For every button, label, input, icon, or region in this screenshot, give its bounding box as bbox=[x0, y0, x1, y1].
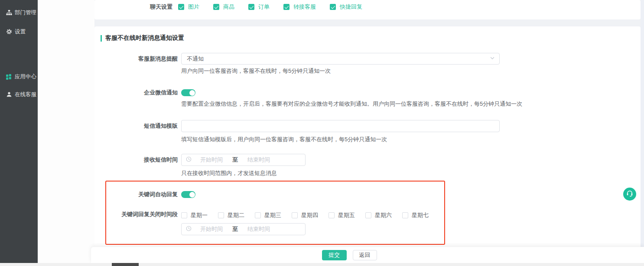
checkbox-label: 图片 bbox=[188, 3, 199, 11]
checkbox-friday[interactable]: 星期五 bbox=[329, 211, 355, 219]
gear-icon bbox=[6, 29, 12, 35]
sms-time-range-picker[interactable]: 开始时间 至 结束时间 bbox=[181, 154, 306, 166]
helper-sms-template: 填写短信通知模版后，用户向同一位客服咨询，客服不在线时，每5分钟只通知一次 bbox=[181, 136, 387, 143]
section-header: 客服不在线时新消息通知设置 bbox=[101, 34, 184, 42]
end-time-placeholder[interactable]: 结束时间 bbox=[239, 156, 279, 164]
chat-settings-options: 图片 商品 订单 转接客服 快捷回复 bbox=[178, 3, 362, 11]
checkbox-label: 星期一 bbox=[191, 211, 208, 219]
app-grid-icon bbox=[6, 74, 12, 80]
headset-icon bbox=[626, 189, 634, 199]
checkbox-unchecked-icon[interactable] bbox=[292, 212, 298, 218]
start-time-placeholder[interactable]: 开始时间 bbox=[192, 156, 231, 164]
checkbox-unchecked-icon[interactable] bbox=[255, 212, 261, 218]
field-label-wecom-notify: 企业微信通知 bbox=[94, 89, 178, 96]
offline-notify-card: 客服不在线时新消息通知设置 客服新消息提醒 不通知 用户向同一位客服咨询，客服不… bbox=[94, 26, 641, 263]
section-accent-bar bbox=[101, 35, 102, 42]
section-title: 客服不在线时新消息通知设置 bbox=[105, 34, 184, 42]
sidebar: 部门管理 设置 应用中心 在线客服 bbox=[0, 0, 38, 263]
checkbox-label: 商品 bbox=[223, 3, 234, 11]
start-time-placeholder[interactable]: 开始时间 bbox=[192, 225, 231, 233]
checkbox-checked-icon[interactable] bbox=[248, 4, 254, 10]
checkbox-quick-reply[interactable]: 快捷回复 bbox=[330, 3, 362, 11]
field-label-keyword-auto-reply: 关键词自动回复 bbox=[94, 191, 178, 198]
checkbox-checked-icon[interactable] bbox=[283, 4, 289, 10]
chat-settings-label: 聊天设置 bbox=[94, 3, 172, 11]
sidebar-item-label: 部门管理 bbox=[15, 9, 36, 16]
chevron-down-icon bbox=[490, 55, 495, 62]
new-message-reminder-select[interactable]: 不通知 bbox=[181, 53, 500, 65]
vertical-scrollbar-track[interactable] bbox=[641, 0, 644, 266]
checkbox-checked-icon[interactable] bbox=[178, 4, 184, 10]
helper-new-message-reminder: 用户向同一位客服咨询，客服不在线时，每5分钟只通知一次 bbox=[181, 67, 331, 75]
sidebar-item-label: 应用中心 bbox=[15, 73, 36, 81]
helper-wecom-notify: 需要配置企业微信信息，开启后，客服要有对应的企业微信号才能收到通知。用户向同一位… bbox=[181, 100, 522, 108]
checkbox-label: 转接客服 bbox=[293, 3, 316, 11]
sidebar-item-settings[interactable]: 设置 bbox=[0, 27, 38, 36]
checkbox-unchecked-icon[interactable] bbox=[181, 212, 187, 218]
checkbox-monday[interactable]: 星期一 bbox=[181, 211, 208, 219]
checkbox-wednesday[interactable]: 星期三 bbox=[255, 211, 281, 219]
checkbox-thursday[interactable]: 星期四 bbox=[292, 211, 318, 219]
customer-service-float-button[interactable] bbox=[623, 188, 636, 201]
select-value: 不通知 bbox=[187, 55, 490, 63]
keyword-close-time-range-picker[interactable]: 开始时间 至 结束时间 bbox=[181, 223, 306, 235]
checkbox-label: 星期五 bbox=[338, 211, 355, 219]
checkbox-product[interactable]: 商品 bbox=[213, 3, 234, 11]
sitemap-icon bbox=[6, 10, 12, 16]
checkbox-sunday[interactable]: 星期七 bbox=[402, 211, 429, 219]
field-label-keyword-close-period: 关键词回复关闭时间段 bbox=[94, 211, 178, 217]
helper-sms-time: 只在接收时间范围内，才发送短息消息 bbox=[181, 169, 277, 177]
checkbox-order[interactable]: 订单 bbox=[248, 3, 270, 11]
checkbox-unchecked-icon[interactable] bbox=[218, 212, 224, 218]
checkbox-tuesday[interactable]: 星期二 bbox=[218, 211, 244, 219]
footer-action-bar: 提交 返回 bbox=[91, 247, 644, 263]
checkbox-label: 星期四 bbox=[301, 211, 318, 219]
sidebar-item-label: 在线客服 bbox=[15, 91, 36, 98]
field-label-sms-template: 短信通知模版 bbox=[94, 120, 178, 132]
sms-template-input[interactable] bbox=[181, 120, 500, 132]
secondary-panel bbox=[38, 0, 94, 263]
checkbox-checked-icon[interactable] bbox=[213, 4, 219, 10]
person-icon bbox=[6, 91, 12, 98]
back-button[interactable]: 返回 bbox=[353, 250, 377, 260]
checkbox-label: 星期三 bbox=[264, 211, 281, 219]
scrollbar-thumb[interactable] bbox=[112, 263, 139, 266]
checkbox-label: 星期六 bbox=[375, 211, 392, 219]
end-time-placeholder[interactable]: 结束时间 bbox=[239, 225, 279, 233]
wecom-notify-toggle[interactable] bbox=[181, 89, 195, 96]
checkbox-image[interactable]: 图片 bbox=[178, 3, 199, 11]
submit-button[interactable]: 提交 bbox=[322, 250, 347, 260]
checkbox-saturday[interactable]: 星期六 bbox=[365, 211, 392, 219]
checkbox-unchecked-icon[interactable] bbox=[365, 212, 371, 218]
checkbox-label: 星期七 bbox=[412, 211, 429, 219]
checkbox-unchecked-icon[interactable] bbox=[329, 212, 335, 218]
horizontal-scrollbar[interactable] bbox=[0, 263, 644, 266]
toggle-knob bbox=[189, 90, 195, 96]
clock-icon bbox=[186, 156, 192, 163]
keyword-close-period-days: 星期一 星期二 星期三 星期四 星期五 星期六 星期七 bbox=[181, 211, 429, 219]
sidebar-item-app-center[interactable]: 应用中心 bbox=[0, 72, 38, 81]
sidebar-item-label: 设置 bbox=[15, 28, 26, 36]
chat-settings-card: 聊天设置 图片 商品 订单 转接客服 快捷回复 bbox=[94, 0, 641, 19]
time-range-separator: 至 bbox=[231, 225, 239, 233]
toggle-knob bbox=[189, 192, 195, 198]
sidebar-item-department[interactable]: 部门管理 bbox=[0, 8, 38, 17]
checkbox-label: 快捷回复 bbox=[340, 3, 362, 11]
checkbox-label: 订单 bbox=[258, 3, 270, 11]
sidebar-item-online-service[interactable]: 在线客服 bbox=[0, 90, 38, 99]
checkbox-transfer-service[interactable]: 转接客服 bbox=[283, 3, 316, 11]
clock-icon bbox=[186, 226, 192, 233]
time-range-separator: 至 bbox=[231, 156, 239, 164]
field-label-new-message-reminder: 客服新消息提醒 bbox=[94, 53, 178, 65]
checkbox-unchecked-icon[interactable] bbox=[402, 212, 408, 218]
checkbox-checked-icon[interactable] bbox=[330, 4, 336, 10]
field-label-sms-time: 接收短信时间 bbox=[94, 154, 178, 166]
checkbox-label: 星期二 bbox=[228, 211, 244, 219]
keyword-auto-reply-toggle[interactable] bbox=[181, 191, 195, 198]
